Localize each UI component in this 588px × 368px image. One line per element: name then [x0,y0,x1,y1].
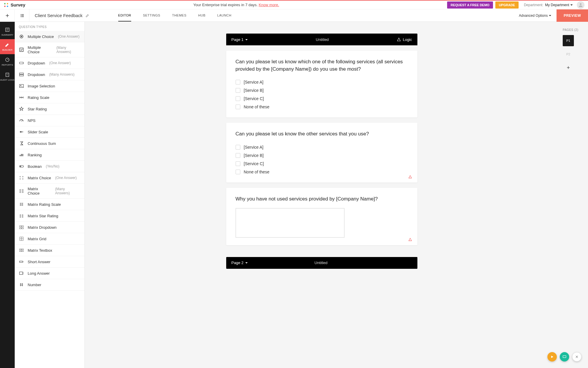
question-option[interactable]: [Service C] [236,160,408,168]
logic-indicator-icon[interactable] [408,238,412,242]
screen-icon [562,355,567,359]
play-fab[interactable] [547,352,557,362]
page-selector[interactable]: Page 1 [231,37,248,42]
qtype-dropdown-one-answer[interactable]: Dropdown(One Answer) [15,57,84,69]
page-selector-2[interactable]: Page 2 [231,261,248,265]
qtype-matrix-grid[interactable]: Matrix Grid [15,233,84,245]
qtype-short-answer[interactable]: Short Answer [15,256,84,268]
rail-builder[interactable]: BUILDER [0,39,15,54]
bool-icon [19,164,24,169]
tab-themes[interactable]: THEMES [172,9,186,21]
question-card[interactable]: Can you please let us know which one of … [226,51,417,117]
qtype-matrix-choice-one-answer[interactable]: Matrix Choice(One Answer) [15,172,84,184]
question-option[interactable]: [Service B] [236,151,408,160]
qtype-rating-scale[interactable]: Rating Scale [15,92,84,103]
page-bar: Page 1 Untitled Logic [226,34,417,45]
toolbar: Client Service Feedback EDITORSETTINGSTH… [0,9,588,22]
svg-rect-7 [6,73,9,77]
trial-know-more-link[interactable]: Know more. [259,3,279,7]
question-text: Can you please let us know the other ser… [236,130,408,138]
question-option[interactable]: None of these [236,168,408,176]
qtype-continuous-sum[interactable]: Continuous Sum [15,138,84,149]
chevron-down-icon [570,3,573,7]
play-icon [550,355,554,359]
question-option[interactable]: [Service B] [236,86,408,95]
long-icon [19,271,24,276]
qtype-matrix-choice-many-answers[interactable]: Matrix Choice(Many Answers) [15,184,84,199]
rail-audit-logs[interactable]: AUDIT LOGS [0,69,15,84]
checkbox-icon[interactable] [236,153,240,158]
qtype-multiple-choice-one-answer[interactable]: Multiple Choice(One Answer) [15,31,84,42]
checkbox-icon[interactable] [236,170,240,174]
checkbox-icon[interactable] [236,105,240,109]
list-button[interactable] [15,9,29,21]
question-text: Why you have not used services provided … [236,195,408,203]
qtype-image-selection[interactable]: Image Selection [15,80,84,92]
mdd-icon [19,225,24,230]
qtype-matrix-star-rating[interactable]: Matrix Star Rating [15,210,84,222]
qtype-multiple-choice-many-answers[interactable]: Multiple Choice(Many Answers) [15,42,84,57]
question-option[interactable]: [Service A] [236,143,408,151]
department-selector[interactable]: My Department [545,3,573,7]
question-option[interactable]: [Service C] [236,95,408,103]
qtype-long-answer[interactable]: Long Answer [15,268,84,279]
checkbox-icon[interactable] [236,145,240,150]
preview-button[interactable]: PREVIEW [557,9,588,22]
scale-icon [19,95,24,100]
rail-summary[interactable]: SUMMARY [0,24,15,39]
short-icon [19,259,24,264]
tab-hub[interactable]: HUB [198,9,206,21]
svg-point-15 [20,85,21,86]
svg-rect-28 [22,226,24,227]
qtype-matrix-dropdown[interactable]: Matrix Dropdown [15,222,84,233]
qtype-slider-scale[interactable]: Slider Scale [15,126,84,138]
page-thumb-p1[interactable]: P1 [563,35,574,46]
dd-icon [19,60,24,66]
qtype-ranking[interactable]: Ranking [15,149,84,161]
tab-settings[interactable]: SETTINGS [143,9,160,21]
request-demo-button[interactable]: REQUEST A FREE DEMO [447,1,493,9]
svg-rect-25 [20,192,21,193]
upgrade-button[interactable]: UPGRADE [495,1,519,9]
user-avatar[interactable] [577,1,584,9]
question-card[interactable]: Can you please let us know the other ser… [226,123,417,183]
pages-panel: PAGES (2) P1P2 + [559,22,588,368]
qtype-number[interactable]: Number [15,279,84,291]
logic-indicator-icon[interactable] [408,175,412,180]
pencil-icon[interactable] [86,14,89,17]
checkbox-icon[interactable] [236,96,240,101]
chevron-down-icon [549,14,551,18]
question-option[interactable]: None of these [236,103,408,111]
qtype-matrix-textbox[interactable]: Matrix Textbox [15,245,84,256]
svg-point-4 [580,3,582,5]
advanced-options-dropdown[interactable]: Advanced Options [519,14,551,18]
answer-textarea[interactable] [236,208,344,238]
page-title[interactable]: Untitled [248,37,397,42]
question-option[interactable]: [Service A] [236,78,408,86]
add-page-button[interactable]: + [563,62,574,73]
mrs-icon [19,202,24,207]
page-thumb-p2[interactable]: P2 [563,49,574,60]
page-title-2[interactable]: Untitled [248,261,394,265]
add-button[interactable] [0,9,15,21]
question-text: Can you please let us know which one of … [236,58,408,73]
rail-reports[interactable]: REPORTS [0,54,15,69]
person-icon [578,2,583,8]
tab-editor[interactable]: EDITOR [118,9,131,21]
checkbox-icon[interactable] [236,161,240,166]
checkbox-icon[interactable] [236,88,240,93]
close-fab[interactable] [572,352,582,362]
question-card[interactable]: Why you have not used services provided … [226,188,417,245]
page-logic-button[interactable]: Logic [397,37,412,42]
qtype-star-rating[interactable]: Star Rating [15,103,84,115]
qtype-dropdown-many-answers[interactable]: Dropdown(Many Answers) [15,69,84,80]
present-fab[interactable] [560,352,569,362]
qtype-boolean-yes/no[interactable]: Boolean(Yes/No) [15,161,84,172]
survey-title: Client Service Feedback [29,13,95,18]
qtype-matrix-rating-scale[interactable]: Matrix Rating Scale [15,199,84,210]
tab-launch[interactable]: LAUNCH [217,9,231,21]
checkbox-icon[interactable] [236,80,240,84]
svg-rect-27 [19,226,21,227]
canvas-area: Page 1 Untitled Logic Can you please let… [85,22,559,368]
qtype-nps[interactable]: NPS [15,115,84,126]
